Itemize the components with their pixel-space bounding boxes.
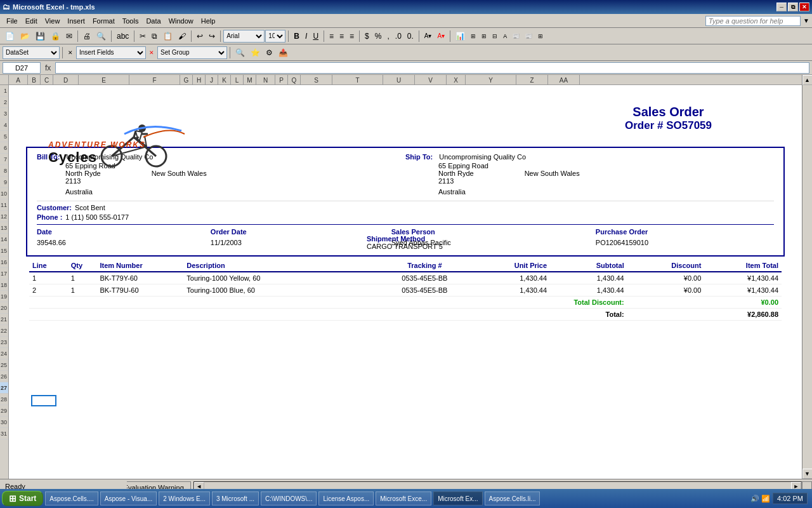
copy-button[interactable]: ⧉	[149, 29, 160, 43]
extra-btn1[interactable]: ⊞	[468, 29, 478, 43]
menu-data[interactable]: Data	[142, 16, 164, 26]
align-center-button[interactable]: ≡	[337, 29, 346, 43]
save-button[interactable]: 💾	[33, 29, 48, 43]
fill-color-button[interactable]: A▾	[422, 29, 435, 43]
extra-btn6[interactable]: 📰	[523, 29, 535, 43]
toolbar2-delete-btn[interactable]: ✕	[147, 46, 157, 60]
col-header-a: A	[9, 75, 28, 85]
rn-13: 13	[0, 222, 8, 234]
scroll-up-button[interactable]: ▲	[802, 75, 813, 85]
taskbar-btn-aspose-cells[interactable]: Aspose.Cells....	[45, 491, 98, 505]
toolbar2-icon2[interactable]: ⭐	[248, 46, 263, 60]
taskbar-btn-label: Aspose.Cells....	[49, 495, 93, 502]
rn-21: 21	[0, 314, 8, 325]
extra-btn4[interactable]: A	[501, 29, 509, 43]
font-color-button[interactable]: A▾	[435, 29, 448, 43]
bold-button[interactable]: B	[291, 29, 302, 43]
bill-to-city: North Ryde	[65, 170, 101, 177]
date-label-cell: Date	[37, 228, 192, 236]
start-button[interactable]: ⊞ Start	[2, 491, 43, 506]
permission-button[interactable]: 🔒	[48, 29, 63, 43]
rn-7: 7	[0, 154, 8, 165]
print-preview-button[interactable]: 🔍	[94, 29, 108, 43]
taskbar-btn-windows-e[interactable]: 2 Windows E...	[159, 491, 210, 505]
col-header-u: U	[383, 75, 415, 85]
excel-app-icon: 🗂	[3, 3, 10, 11]
font-size-selector[interactable]: 10	[265, 30, 285, 43]
taskbar-btn-aspose-visual[interactable]: Aspose - Visua...	[100, 491, 157, 505]
insert-chart-button[interactable]: 📊	[453, 29, 468, 43]
taskbar-btn-microsoft-ex[interactable]: Microsoft Ex...	[433, 491, 482, 505]
percent-button[interactable]: %	[372, 29, 384, 43]
toolbar2-icon1[interactable]: 🔍	[233, 46, 247, 60]
taskbar-btn-aspose-cells-li[interactable]: Aspose.Cells.li...	[485, 491, 540, 505]
insert-fields-selector[interactable]: Insert Fields	[76, 46, 146, 59]
taskbar-btn-license[interactable]: License Aspos...	[318, 491, 374, 505]
undo-button[interactable]: ↩	[194, 29, 206, 43]
menu-tools[interactable]: Tools	[119, 16, 143, 26]
align-left-button[interactable]: ≡	[327, 29, 336, 43]
col-header-z: Z	[516, 75, 548, 85]
email-button[interactable]: ✉	[63, 29, 75, 43]
set-group-selector[interactable]: Set Group	[157, 46, 227, 59]
cut-button[interactable]: ✂	[137, 29, 148, 43]
toolbar2-btn1[interactable]: ✕	[65, 46, 75, 60]
app-close-button[interactable]: ✕	[799, 3, 809, 11]
rn-6: 6	[0, 142, 8, 154]
increase-decimal-button[interactable]: .0	[393, 29, 404, 43]
help-search-input[interactable]	[705, 16, 801, 26]
toolbar-separator-8	[359, 30, 360, 42]
formula-input[interactable]	[55, 62, 809, 74]
col-header-n: N	[256, 75, 275, 85]
align-right-button[interactable]: ≡	[347, 29, 357, 43]
menu-insert[interactable]: Insert	[63, 16, 89, 26]
toolbar2-icon4[interactable]: 📤	[276, 46, 291, 60]
open-button[interactable]: 📂	[18, 29, 32, 43]
menu-file[interactable]: File	[3, 16, 22, 26]
col-header-x: X	[447, 75, 466, 85]
menu-bar: File Edit View Insert Format Tools Data …	[0, 14, 812, 28]
redo-button[interactable]: ↪	[206, 29, 218, 43]
menu-help[interactable]: Help	[197, 16, 219, 26]
extra-btn2[interactable]: ⊞	[479, 29, 489, 43]
comma-button[interactable]: ,	[384, 29, 391, 43]
italic-button[interactable]: I	[303, 29, 310, 43]
toolbar-separator-7	[324, 30, 324, 42]
row2-discount: ¥0.00	[627, 284, 705, 297]
paste-button[interactable]: 📋	[160, 29, 175, 43]
taskbar-btn-windows-path[interactable]: C:\WINDOWS\...	[261, 491, 317, 505]
extra-btn3[interactable]: ⊟	[490, 29, 500, 43]
logo-text-area: ADVENTURE WORKS Cycles	[48, 140, 194, 166]
spell-check-button[interactable]: abc	[114, 29, 131, 43]
col-header-e: E	[79, 75, 129, 85]
format-painter-button[interactable]: 🖌	[176, 29, 188, 43]
underline-button[interactable]: U	[310, 29, 321, 43]
decrease-decimal-button[interactable]: 0.	[405, 29, 416, 43]
so-title-area: Sales Order Order # SO57059	[625, 105, 763, 132]
print-button[interactable]: 🖨	[81, 29, 93, 43]
currency-button[interactable]: $	[362, 29, 372, 43]
rn-11: 11	[0, 199, 8, 211]
app-minimize-button[interactable]: ─	[776, 3, 787, 11]
menu-view[interactable]: View	[41, 16, 64, 26]
app-restore-button[interactable]: ⧉	[788, 3, 798, 11]
dataset-selector[interactable]: DataSet	[3, 46, 60, 59]
rn-15: 15	[0, 245, 8, 257]
cells-area[interactable]: ADVENTURE WORKS Cycles Sales Order Order…	[9, 85, 802, 479]
extra-btn5[interactable]: 📰	[510, 29, 522, 43]
taskbar-btn-microsoft-3[interactable]: 3 Microsoft ...	[212, 491, 259, 505]
rn-8: 8	[0, 165, 8, 177]
font-selector[interactable]: Arial	[223, 30, 265, 43]
rn-9: 9	[0, 177, 8, 188]
menu-edit[interactable]: Edit	[22, 16, 41, 26]
menu-format[interactable]: Format	[89, 16, 119, 26]
menu-window[interactable]: Window	[165, 16, 197, 26]
extra-btn7[interactable]: ⊞	[535, 29, 546, 43]
scroll-down-button[interactable]: ▼	[802, 469, 813, 479]
toolbar-separator-3	[134, 30, 134, 42]
taskbar-btn-microsoft-exce[interactable]: Microsoft Exce...	[376, 491, 431, 505]
new-button[interactable]: 📄	[3, 29, 17, 43]
cell-reference-box[interactable]	[3, 62, 41, 74]
toolbar2-icon3[interactable]: ⚙	[263, 46, 275, 60]
vertical-scrollbar[interactable]: ▲ ▼	[802, 75, 812, 479]
